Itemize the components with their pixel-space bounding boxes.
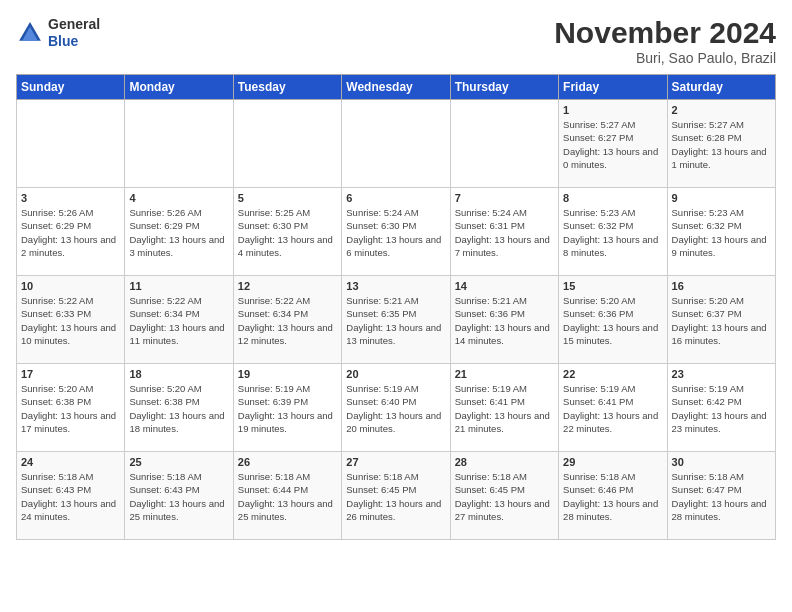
weekday-header-thursday: Thursday (450, 75, 558, 100)
day-info: Sunrise: 5:18 AM Sunset: 6:44 PM Dayligh… (238, 470, 337, 523)
calendar-cell: 2Sunrise: 5:27 AM Sunset: 6:28 PM Daylig… (667, 100, 775, 188)
day-info: Sunrise: 5:18 AM Sunset: 6:43 PM Dayligh… (129, 470, 228, 523)
day-info: Sunrise: 5:18 AM Sunset: 6:45 PM Dayligh… (346, 470, 445, 523)
logo-icon (16, 19, 44, 47)
calendar-cell: 15Sunrise: 5:20 AM Sunset: 6:36 PM Dayli… (559, 276, 667, 364)
calendar-week-row: 10Sunrise: 5:22 AM Sunset: 6:33 PM Dayli… (17, 276, 776, 364)
day-info: Sunrise: 5:24 AM Sunset: 6:31 PM Dayligh… (455, 206, 554, 259)
day-number: 18 (129, 368, 228, 380)
day-number: 16 (672, 280, 771, 292)
day-info: Sunrise: 5:18 AM Sunset: 6:43 PM Dayligh… (21, 470, 120, 523)
calendar-cell: 8Sunrise: 5:23 AM Sunset: 6:32 PM Daylig… (559, 188, 667, 276)
calendar-cell: 4Sunrise: 5:26 AM Sunset: 6:29 PM Daylig… (125, 188, 233, 276)
day-number: 1 (563, 104, 662, 116)
title-block: November 2024 Buri, Sao Paulo, Brazil (554, 16, 776, 66)
day-info: Sunrise: 5:24 AM Sunset: 6:30 PM Dayligh… (346, 206, 445, 259)
calendar-cell: 6Sunrise: 5:24 AM Sunset: 6:30 PM Daylig… (342, 188, 450, 276)
day-number: 21 (455, 368, 554, 380)
day-info: Sunrise: 5:22 AM Sunset: 6:34 PM Dayligh… (238, 294, 337, 347)
calendar-cell (342, 100, 450, 188)
day-info: Sunrise: 5:19 AM Sunset: 6:39 PM Dayligh… (238, 382, 337, 435)
day-info: Sunrise: 5:18 AM Sunset: 6:47 PM Dayligh… (672, 470, 771, 523)
day-info: Sunrise: 5:22 AM Sunset: 6:33 PM Dayligh… (21, 294, 120, 347)
day-number: 24 (21, 456, 120, 468)
day-info: Sunrise: 5:20 AM Sunset: 6:37 PM Dayligh… (672, 294, 771, 347)
day-number: 5 (238, 192, 337, 204)
day-info: Sunrise: 5:25 AM Sunset: 6:30 PM Dayligh… (238, 206, 337, 259)
calendar-cell: 26Sunrise: 5:18 AM Sunset: 6:44 PM Dayli… (233, 452, 341, 540)
calendar-cell: 7Sunrise: 5:24 AM Sunset: 6:31 PM Daylig… (450, 188, 558, 276)
day-info: Sunrise: 5:21 AM Sunset: 6:36 PM Dayligh… (455, 294, 554, 347)
calendar-header-row: SundayMondayTuesdayWednesdayThursdayFrid… (17, 75, 776, 100)
day-number: 26 (238, 456, 337, 468)
calendar-cell: 16Sunrise: 5:20 AM Sunset: 6:37 PM Dayli… (667, 276, 775, 364)
day-number: 11 (129, 280, 228, 292)
calendar-cell: 22Sunrise: 5:19 AM Sunset: 6:41 PM Dayli… (559, 364, 667, 452)
calendar-cell: 12Sunrise: 5:22 AM Sunset: 6:34 PM Dayli… (233, 276, 341, 364)
day-number: 20 (346, 368, 445, 380)
calendar-cell: 24Sunrise: 5:18 AM Sunset: 6:43 PM Dayli… (17, 452, 125, 540)
logo-general-text: General (48, 16, 100, 33)
day-info: Sunrise: 5:26 AM Sunset: 6:29 PM Dayligh… (21, 206, 120, 259)
calendar-cell: 11Sunrise: 5:22 AM Sunset: 6:34 PM Dayli… (125, 276, 233, 364)
day-info: Sunrise: 5:20 AM Sunset: 6:38 PM Dayligh… (129, 382, 228, 435)
day-info: Sunrise: 5:21 AM Sunset: 6:35 PM Dayligh… (346, 294, 445, 347)
day-info: Sunrise: 5:19 AM Sunset: 6:40 PM Dayligh… (346, 382, 445, 435)
calendar-cell: 1Sunrise: 5:27 AM Sunset: 6:27 PM Daylig… (559, 100, 667, 188)
calendar-cell: 28Sunrise: 5:18 AM Sunset: 6:45 PM Dayli… (450, 452, 558, 540)
weekday-header-monday: Monday (125, 75, 233, 100)
calendar-cell: 27Sunrise: 5:18 AM Sunset: 6:45 PM Dayli… (342, 452, 450, 540)
calendar-cell: 23Sunrise: 5:19 AM Sunset: 6:42 PM Dayli… (667, 364, 775, 452)
day-info: Sunrise: 5:20 AM Sunset: 6:38 PM Dayligh… (21, 382, 120, 435)
calendar-cell: 20Sunrise: 5:19 AM Sunset: 6:40 PM Dayli… (342, 364, 450, 452)
day-number: 14 (455, 280, 554, 292)
page-header: General Blue November 2024 Buri, Sao Pau… (16, 16, 776, 66)
day-number: 29 (563, 456, 662, 468)
calendar-cell: 29Sunrise: 5:18 AM Sunset: 6:46 PM Dayli… (559, 452, 667, 540)
calendar-table: SundayMondayTuesdayWednesdayThursdayFrid… (16, 74, 776, 540)
weekday-header-saturday: Saturday (667, 75, 775, 100)
calendar-cell (17, 100, 125, 188)
calendar-cell: 17Sunrise: 5:20 AM Sunset: 6:38 PM Dayli… (17, 364, 125, 452)
day-number: 19 (238, 368, 337, 380)
weekday-header-wednesday: Wednesday (342, 75, 450, 100)
calendar-cell: 13Sunrise: 5:21 AM Sunset: 6:35 PM Dayli… (342, 276, 450, 364)
calendar-cell (450, 100, 558, 188)
calendar-cell (125, 100, 233, 188)
day-info: Sunrise: 5:18 AM Sunset: 6:46 PM Dayligh… (563, 470, 662, 523)
calendar-cell: 19Sunrise: 5:19 AM Sunset: 6:39 PM Dayli… (233, 364, 341, 452)
day-number: 23 (672, 368, 771, 380)
day-number: 2 (672, 104, 771, 116)
day-number: 6 (346, 192, 445, 204)
day-number: 9 (672, 192, 771, 204)
day-info: Sunrise: 5:27 AM Sunset: 6:28 PM Dayligh… (672, 118, 771, 171)
day-number: 27 (346, 456, 445, 468)
day-info: Sunrise: 5:23 AM Sunset: 6:32 PM Dayligh… (563, 206, 662, 259)
day-info: Sunrise: 5:23 AM Sunset: 6:32 PM Dayligh… (672, 206, 771, 259)
day-number: 12 (238, 280, 337, 292)
calendar-week-row: 3Sunrise: 5:26 AM Sunset: 6:29 PM Daylig… (17, 188, 776, 276)
calendar-week-row: 1Sunrise: 5:27 AM Sunset: 6:27 PM Daylig… (17, 100, 776, 188)
calendar-week-row: 17Sunrise: 5:20 AM Sunset: 6:38 PM Dayli… (17, 364, 776, 452)
weekday-header-sunday: Sunday (17, 75, 125, 100)
calendar-cell: 9Sunrise: 5:23 AM Sunset: 6:32 PM Daylig… (667, 188, 775, 276)
calendar-week-row: 24Sunrise: 5:18 AM Sunset: 6:43 PM Dayli… (17, 452, 776, 540)
calendar-cell: 10Sunrise: 5:22 AM Sunset: 6:33 PM Dayli… (17, 276, 125, 364)
calendar-cell: 25Sunrise: 5:18 AM Sunset: 6:43 PM Dayli… (125, 452, 233, 540)
logo: General Blue (16, 16, 100, 50)
day-number: 4 (129, 192, 228, 204)
calendar-cell: 18Sunrise: 5:20 AM Sunset: 6:38 PM Dayli… (125, 364, 233, 452)
calendar-cell: 3Sunrise: 5:26 AM Sunset: 6:29 PM Daylig… (17, 188, 125, 276)
day-info: Sunrise: 5:19 AM Sunset: 6:41 PM Dayligh… (455, 382, 554, 435)
location: Buri, Sao Paulo, Brazil (554, 50, 776, 66)
calendar-cell: 5Sunrise: 5:25 AM Sunset: 6:30 PM Daylig… (233, 188, 341, 276)
day-info: Sunrise: 5:27 AM Sunset: 6:27 PM Dayligh… (563, 118, 662, 171)
calendar-cell: 30Sunrise: 5:18 AM Sunset: 6:47 PM Dayli… (667, 452, 775, 540)
weekday-header-tuesday: Tuesday (233, 75, 341, 100)
calendar-cell: 14Sunrise: 5:21 AM Sunset: 6:36 PM Dayli… (450, 276, 558, 364)
month-title: November 2024 (554, 16, 776, 50)
calendar-cell: 21Sunrise: 5:19 AM Sunset: 6:41 PM Dayli… (450, 364, 558, 452)
day-info: Sunrise: 5:18 AM Sunset: 6:45 PM Dayligh… (455, 470, 554, 523)
day-info: Sunrise: 5:26 AM Sunset: 6:29 PM Dayligh… (129, 206, 228, 259)
day-info: Sunrise: 5:20 AM Sunset: 6:36 PM Dayligh… (563, 294, 662, 347)
